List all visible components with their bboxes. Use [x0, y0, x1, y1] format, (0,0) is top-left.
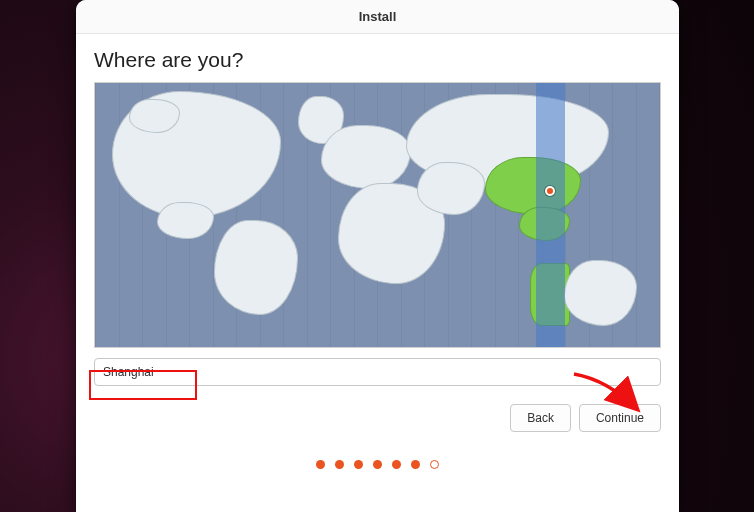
titlebar: Install — [76, 0, 679, 34]
map-selected-region — [485, 157, 581, 215]
continue-button[interactable]: Continue — [579, 404, 661, 432]
progress-dots — [94, 460, 661, 469]
content-area: Where are you? Back Continue — [76, 34, 679, 512]
location-pin-icon — [545, 186, 555, 196]
map-landmass — [157, 202, 214, 239]
progress-dot — [335, 460, 344, 469]
progress-dot — [392, 460, 401, 469]
installer-window: Install Where are you? Bac — [76, 0, 679, 512]
page-heading: Where are you? — [94, 48, 661, 72]
map-landmass — [214, 220, 299, 315]
progress-dot — [411, 460, 420, 469]
map-landmass — [417, 162, 485, 215]
progress-dot — [373, 460, 382, 469]
timezone-band-highlight — [536, 83, 565, 347]
map-landmass — [564, 260, 637, 326]
timezone-map[interactable] — [94, 82, 661, 348]
back-button[interactable]: Back — [510, 404, 571, 432]
window-title: Install — [359, 9, 397, 24]
progress-dot-current — [430, 460, 439, 469]
annotation-highlight-box — [89, 370, 197, 400]
progress-dot — [316, 460, 325, 469]
map-landmass — [129, 99, 180, 133]
progress-dot — [354, 460, 363, 469]
map-landmass — [321, 125, 411, 188]
button-row: Back Continue — [94, 404, 661, 432]
